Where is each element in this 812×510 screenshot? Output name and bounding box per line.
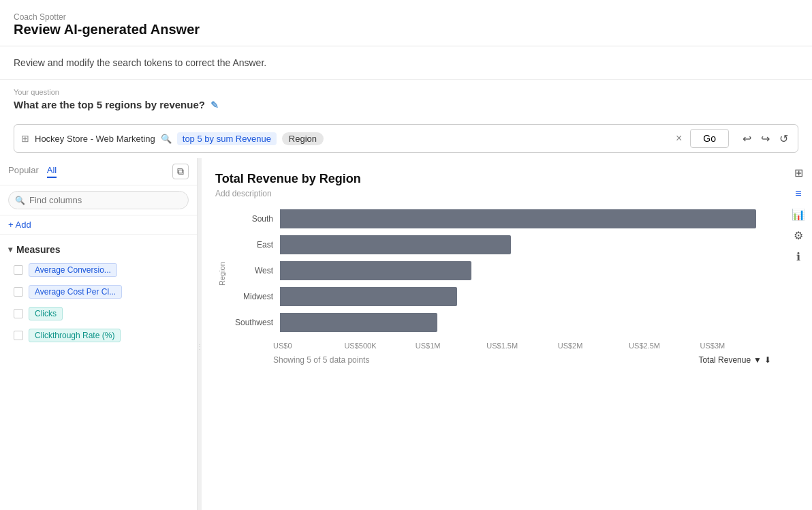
measure-tag-clicks[interactable]: Clicks <box>29 307 63 320</box>
nav-icons: ↩ ↪ ↺ <box>740 131 791 147</box>
measure-checkbox-3[interactable] <box>14 331 23 340</box>
list-item: Clicks <box>0 303 197 325</box>
bar-chart: Region South East <box>215 209 771 365</box>
app-name: Coach Spotter <box>14 12 798 22</box>
grid-icon: ⊞ <box>21 133 29 144</box>
measure-checkbox-1[interactable] <box>14 287 23 297</box>
measures-label: Measures <box>16 244 61 255</box>
search-icon: 🔍 <box>161 134 172 144</box>
x-tick-2-5m: US$2.5M <box>629 342 700 350</box>
x-tick-500k: US$500K <box>344 342 415 350</box>
chart-footer: Showing 5 of 5 data points Total Revenue… <box>215 350 771 365</box>
x-tick-0: US$0 <box>273 342 344 350</box>
bars-section: South East <box>229 209 771 339</box>
right-panel: ⊞ ≡ 📊 ⚙ ℹ Total Revenue by Region Add de… <box>202 158 812 510</box>
bar-label-east: East <box>229 240 280 250</box>
bar-track-southwest <box>280 313 771 332</box>
measure-tag-average-cost[interactable]: Average Cost Per Cl... <box>29 285 122 299</box>
bar-label-southwest: Southwest <box>229 318 280 327</box>
add-row: + Add <box>0 215 197 235</box>
x-tick-2m: US$2M <box>558 342 629 350</box>
bar-fill-southwest <box>280 313 437 332</box>
region-token[interactable]: Region <box>282 132 324 145</box>
bar-row-south: South <box>229 209 771 228</box>
query-token[interactable]: top 5 by sum Revenue <box>177 132 277 145</box>
tabs-row: Popular All ⧉ <box>0 158 197 185</box>
bar-fill-east <box>280 235 511 254</box>
data-source-label: Hockey Store - Web Marketing <box>35 134 155 144</box>
showing-count: Showing 5 of 5 data points <box>273 355 693 365</box>
redo-button[interactable]: ↪ <box>758 131 772 147</box>
bar-row-west: West <box>229 261 771 280</box>
chart-area: Region South East <box>215 209 771 339</box>
main-content: Popular All ⧉ 🔍 + Add ▾ Measures Average… <box>0 158 812 510</box>
x-tick-3m: US$3M <box>700 342 771 350</box>
list-item: Clickthrough Rate (%) <box>0 325 197 346</box>
settings-button[interactable]: ⚙ <box>789 226 808 245</box>
add-button[interactable]: + Add <box>8 220 31 230</box>
sort-label-text: Total Revenue <box>698 355 751 365</box>
collapse-icon: ▾ <box>8 245 12 254</box>
app-header: Coach Spotter Review AI-generated Answer <box>0 0 812 46</box>
chart-container: Total Revenue by Region Add description … <box>202 158 812 510</box>
search-field-icon: 🔍 <box>15 196 25 205</box>
bar-track-south <box>280 209 771 228</box>
question-label: Your question <box>14 88 798 96</box>
question-value: What are the top 5 regions by revenue? <box>14 99 205 110</box>
bar-track-midwest <box>280 287 771 306</box>
bar-chart-button[interactable]: 📊 <box>789 205 808 224</box>
bar-label-midwest: Midwest <box>229 292 280 301</box>
chart-subtitle[interactable]: Add description <box>215 189 771 198</box>
y-axis-label: Region <box>215 209 229 339</box>
bar-track-east <box>280 235 771 254</box>
sort-label: Total Revenue ▼ ⬇ <box>698 355 771 365</box>
question-section: Your question What are the top 5 regions… <box>0 80 812 119</box>
tab-popular[interactable]: Popular <box>8 165 39 178</box>
left-panel: Popular All ⧉ 🔍 + Add ▾ Measures Average… <box>0 158 198 510</box>
undo-button[interactable]: ↩ <box>740 131 754 147</box>
x-tick-1-5m: US$1.5M <box>486 342 557 350</box>
x-axis: US$0 US$500K US$1M US$1.5M US$2M US$2.5M… <box>215 339 771 350</box>
measure-checkbox-0[interactable] <box>14 265 23 275</box>
find-columns-input[interactable] <box>8 191 189 209</box>
clear-button[interactable]: × <box>673 132 685 145</box>
list-item: Average Cost Per Cl... <box>0 281 197 303</box>
app-title: Review AI-generated Answer <box>14 22 798 38</box>
measure-tag-average-conversion[interactable]: Average Conversio... <box>29 263 117 277</box>
bar-label-south: South <box>229 214 280 224</box>
edit-icon[interactable]: ✎ <box>210 100 219 110</box>
bar-track-west <box>280 261 771 280</box>
chart-view-button[interactable]: ≡ <box>789 185 808 202</box>
page-description: Review and modify the search tokens to c… <box>0 46 812 80</box>
question-text: What are the top 5 regions by revenue? ✎ <box>14 99 798 110</box>
table-view-button[interactable]: ⊞ <box>789 164 808 182</box>
go-button[interactable]: Go <box>690 129 729 148</box>
info-button[interactable]: ℹ <box>789 247 808 266</box>
measure-tag-clickthrough[interactable]: Clickthrough Rate (%) <box>29 329 121 342</box>
tab-all[interactable]: All <box>47 165 57 178</box>
x-tick-1m: US$1M <box>416 342 486 350</box>
measure-checkbox-2[interactable] <box>14 309 23 318</box>
sort-down-icon[interactable]: ▼ <box>753 355 762 365</box>
bar-fill-south <box>280 209 756 228</box>
search-field-container: 🔍 <box>0 185 197 215</box>
measures-section: ▾ Measures Average Conversio... Average … <box>0 235 197 510</box>
bar-row-east: East <box>229 235 771 254</box>
list-item: Average Conversio... <box>0 259 197 281</box>
sort-arrow-icon[interactable]: ⬇ <box>764 355 771 365</box>
bar-fill-west <box>280 261 471 280</box>
refresh-button[interactable]: ↺ <box>777 131 791 147</box>
bar-row-southwest: Southwest <box>229 313 771 332</box>
measures-header[interactable]: ▾ Measures <box>0 240 197 259</box>
chart-toolbar: ⊞ ≡ 📊 ⚙ ℹ <box>785 158 812 271</box>
search-bar-left: ⊞ Hockey Store - Web Marketing 🔍 top 5 b… <box>21 132 668 145</box>
panel-toggle[interactable]: ⧉ <box>172 164 189 179</box>
chart-title: Total Revenue by Region <box>215 172 771 186</box>
search-bar: ⊞ Hockey Store - Web Marketing 🔍 top 5 b… <box>14 124 798 153</box>
bar-label-west: West <box>229 266 280 275</box>
tab-options: Popular All <box>8 165 57 178</box>
bar-row-midwest: Midwest <box>229 287 771 306</box>
bar-fill-midwest <box>280 287 457 306</box>
